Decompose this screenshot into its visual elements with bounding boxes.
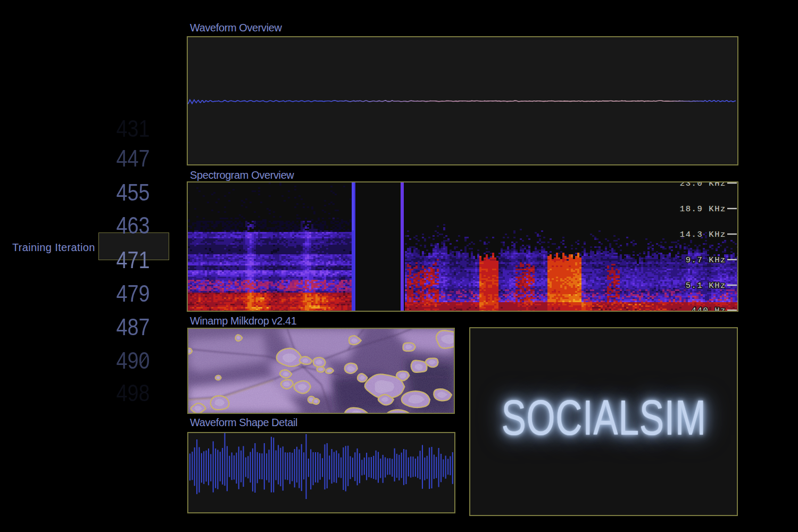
svg-text:23.0 KHz: 23.0 KHz (680, 182, 726, 188)
svg-text:18.9 KHz: 18.9 KHz (680, 204, 726, 214)
svg-text:9.7 KHz: 9.7 KHz (686, 255, 726, 265)
svg-text:5.1 KHz: 5.1 KHz (686, 281, 726, 290)
svg-text:440 Hz: 440 Hz (692, 306, 726, 311)
svg-text:14.3 KHz: 14.3 KHz (680, 230, 726, 239)
